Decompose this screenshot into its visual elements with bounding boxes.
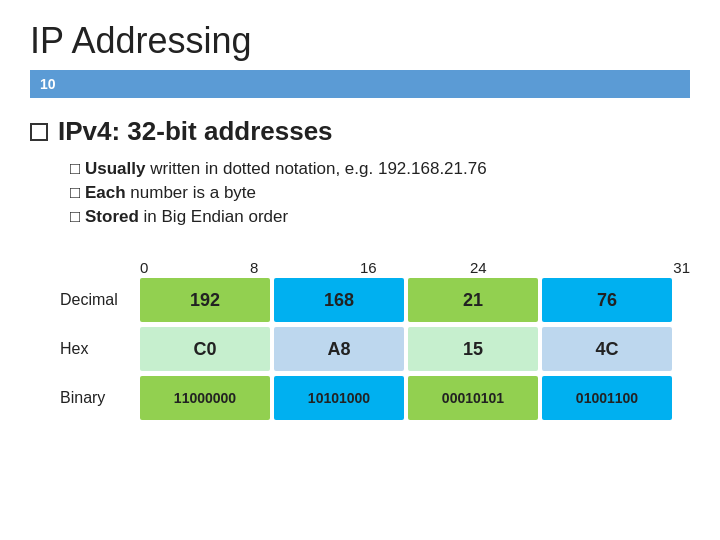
col-labels: 0 8 16 24 31 <box>140 259 690 276</box>
decimal-cell-1: 168 <box>274 278 404 322</box>
sub-bullet-1-text: □ Usually written in dotted notation, e.… <box>70 159 487 179</box>
decimal-cells: 192 168 21 76 <box>140 278 672 322</box>
row-label-binary: Binary <box>60 389 140 407</box>
decimal-cell-2: 21 <box>408 278 538 322</box>
binary-cell-0: 11000000 <box>140 376 270 420</box>
table-container: 0 8 16 24 31 Decimal 192 168 21 76 Hex <box>60 259 690 425</box>
slide-number: 10 <box>40 76 56 92</box>
checkbox-icon <box>30 123 48 141</box>
hex-cell-2: 15 <box>408 327 538 371</box>
hex-cell-0: C0 <box>140 327 270 371</box>
slide-number-bar: 10 <box>30 70 690 98</box>
row-binary: Binary 11000000 10101000 00010101 010011… <box>60 376 690 420</box>
col-label-0: 0 <box>140 259 250 276</box>
row-hex: Hex C0 A8 15 4C <box>60 327 690 371</box>
binary-cell-2: 00010101 <box>408 376 538 420</box>
hex-cells: C0 A8 15 4C <box>140 327 672 371</box>
sub-bullet-2-text: □ Each number is a byte <box>70 183 256 203</box>
decimal-cell-0: 192 <box>140 278 270 322</box>
row-decimal: Decimal 192 168 21 76 <box>60 278 690 322</box>
main-bullet: IPv4: 32-bit addresses <box>30 116 690 147</box>
binary-cell-1: 10101000 <box>274 376 404 420</box>
binary-cell-3: 01001100 <box>542 376 672 420</box>
col-label-16: 16 <box>360 259 470 276</box>
binary-cells: 11000000 10101000 00010101 01001100 <box>140 376 672 420</box>
row-label-decimal: Decimal <box>60 291 140 309</box>
sub-bullet-3-text: □ Stored in Big Endian order <box>70 207 288 227</box>
slide-page: IP Addressing 10 IPv4: 32-bit addresses … <box>0 0 720 540</box>
sub-bullets: □ Usually written in dotted notation, e.… <box>70 159 690 231</box>
col-label-31: 31 <box>580 259 690 276</box>
col-label-8: 8 <box>250 259 360 276</box>
slide-title: IP Addressing <box>30 20 690 62</box>
hex-cell-3: 4C <box>542 327 672 371</box>
sub-bullet-3: □ Stored in Big Endian order <box>70 207 690 227</box>
content-area: IPv4: 32-bit addresses □ Usually written… <box>30 116 690 520</box>
decimal-cell-3: 76 <box>542 278 672 322</box>
sub-bullet-1: □ Usually written in dotted notation, e.… <box>70 159 690 179</box>
hex-cell-1: A8 <box>274 327 404 371</box>
col-label-24: 24 <box>470 259 580 276</box>
row-label-hex: Hex <box>60 340 140 358</box>
main-bullet-text: IPv4: 32-bit addresses <box>58 116 333 147</box>
sub-bullet-2: □ Each number is a byte <box>70 183 690 203</box>
